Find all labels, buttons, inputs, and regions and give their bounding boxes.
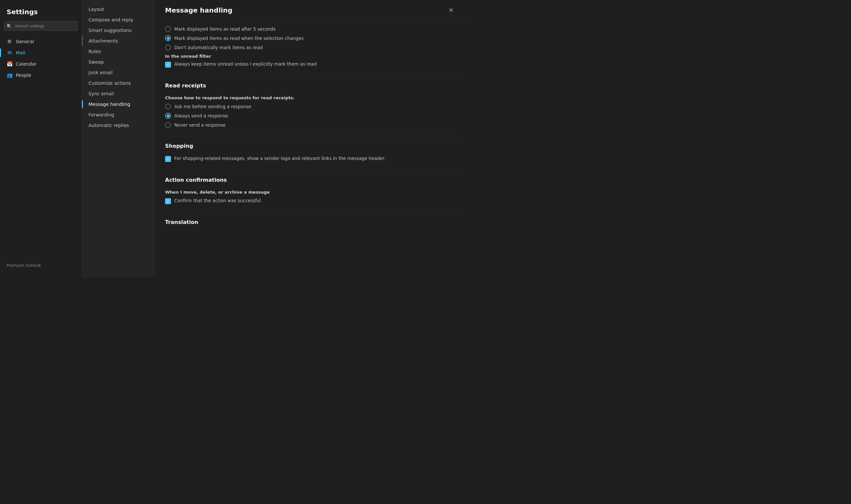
- nav-item-message-handling[interactable]: Message handling: [82, 99, 154, 109]
- translation-title: Translation: [165, 219, 456, 228]
- nav-item-attachments[interactable]: Attachments: [82, 36, 154, 46]
- sidebar-item-label-people: People: [16, 73, 31, 78]
- app-container: Settings 🔍 ⚙ General ✉ Mail 📅 Calendar 👥…: [0, 0, 467, 277]
- nav-item-rules[interactable]: Rules: [82, 46, 154, 57]
- translation-section: Translation: [165, 219, 456, 228]
- radio-ask-me[interactable]: Ask me before sending a response: [165, 104, 456, 109]
- read-options-section: Mark displayed items as read after 5 sec…: [165, 26, 456, 68]
- divider-translation: [165, 212, 456, 212]
- radio-mark-after-5-circle: [165, 26, 171, 32]
- nav-item-layout[interactable]: Layout: [82, 4, 154, 15]
- radio-always-send-circle: [165, 113, 171, 119]
- checkbox-keep-unread-box: [165, 62, 171, 68]
- main-header: Message handling ✕: [155, 0, 467, 19]
- sidebar-item-label-mail: Mail: [16, 50, 25, 55]
- radio-dont-mark-circle: [165, 44, 171, 51]
- sidebar-item-label-calendar: Calendar: [16, 61, 37, 67]
- unread-filter-label: In the unread filter: [165, 54, 456, 59]
- radio-never-send-circle: [165, 122, 171, 128]
- shopping-section: Shopping For shopping-related messages, …: [165, 143, 456, 162]
- general-icon: ⚙: [6, 39, 13, 44]
- sidebar-item-general[interactable]: ⚙ General: [0, 36, 82, 47]
- nav-item-forwarding[interactable]: Forwarding: [82, 109, 154, 120]
- read-receipts-section: Read receipts Choose how to respond to r…: [165, 83, 456, 128]
- search-box-container: 🔍: [4, 21, 77, 31]
- shopping-title: Shopping: [165, 143, 456, 152]
- radio-mark-after-5[interactable]: Mark displayed items as read after 5 sec…: [165, 26, 456, 32]
- nav-panel: Layout Compose and reply Smart suggestio…: [82, 0, 155, 277]
- sidebar: Settings 🔍 ⚙ General ✉ Mail 📅 Calendar 👥…: [0, 0, 82, 277]
- sidebar-item-mail[interactable]: ✉ Mail: [0, 47, 82, 58]
- sidebar-item-label-general: General: [16, 39, 34, 44]
- read-receipts-subtitle: Choose how to respond to requests for re…: [165, 95, 456, 100]
- action-confirmations-subtitle: When I move, delete, or archive a messag…: [165, 190, 456, 195]
- radio-never-send-label: Never send a response: [174, 122, 225, 128]
- radio-always-send[interactable]: Always send a response: [165, 113, 456, 119]
- nav-item-sweep[interactable]: Sweep: [82, 57, 154, 67]
- checkbox-keep-unread-label: Always keep items unread unless I explic…: [174, 61, 316, 67]
- checkbox-confirm-action-label: Confirm that the action was successful: [174, 198, 261, 203]
- checkbox-confirm-action[interactable]: Confirm that the action was successful: [165, 198, 456, 204]
- premium-label: Premium Outlook: [6, 263, 41, 268]
- main-content: Mark displayed items as read after 5 sec…: [155, 19, 467, 277]
- radio-dont-mark-label: Don't automatically mark items as read: [174, 45, 263, 50]
- radio-mark-on-selection[interactable]: Mark displayed items as read when the se…: [165, 35, 456, 41]
- search-icon: 🔍: [6, 23, 12, 29]
- nav-item-junk-email[interactable]: Junk email: [82, 67, 154, 78]
- people-icon: 👥: [6, 72, 13, 78]
- radio-mark-after-5-label: Mark displayed items as read after 5 sec…: [174, 26, 276, 32]
- main-panel: Message handling ✕ Mark displayed items …: [155, 0, 467, 277]
- divider-shopping: [165, 136, 456, 136]
- nav-item-compose-reply[interactable]: Compose and reply: [82, 15, 154, 25]
- nav-item-customize-actions[interactable]: Customize actions: [82, 78, 154, 88]
- read-receipts-title: Read receipts: [165, 83, 456, 91]
- radio-never-send[interactable]: Never send a response: [165, 122, 456, 128]
- close-button[interactable]: ✕: [446, 5, 456, 15]
- search-input[interactable]: [4, 21, 77, 31]
- main-title: Message handling: [165, 6, 232, 14]
- nav-item-smart-suggestions[interactable]: Smart suggestions: [82, 25, 154, 36]
- radio-ask-me-circle: [165, 104, 171, 109]
- nav-item-automatic-replies[interactable]: Automatic replies: [82, 120, 154, 131]
- radio-mark-on-selection-circle: [165, 35, 171, 41]
- sidebar-item-calendar[interactable]: 📅 Calendar: [0, 58, 82, 70]
- checkbox-keep-unread[interactable]: Always keep items unread unless I explic…: [165, 61, 456, 68]
- checkbox-confirm-action-box: [165, 198, 171, 204]
- action-confirmations-title: Action confirmations: [165, 177, 456, 186]
- sidebar-item-people[interactable]: 👥 People: [0, 70, 82, 81]
- divider-read-receipts: [165, 75, 456, 76]
- radio-mark-on-selection-label: Mark displayed items as read when the se…: [174, 36, 304, 41]
- action-confirmations-section: Action confirmations When I move, delete…: [165, 177, 456, 204]
- checkbox-shopping[interactable]: For shopping-related messages, show a se…: [165, 156, 456, 162]
- calendar-icon: 📅: [6, 61, 13, 67]
- nav-item-sync-email[interactable]: Sync email: [82, 88, 154, 99]
- radio-always-send-label: Always send a response: [174, 113, 228, 119]
- radio-ask-me-label: Ask me before sending a response: [174, 104, 251, 109]
- radio-dont-mark[interactable]: Don't automatically mark items as read: [165, 44, 456, 51]
- checkbox-shopping-label: For shopping-related messages, show a se…: [174, 156, 385, 161]
- mail-icon: ✉: [6, 50, 13, 56]
- sidebar-bottom: Premium Outlook: [0, 259, 82, 272]
- sidebar-title: Settings: [0, 5, 82, 21]
- divider-action-confirmations: [165, 170, 456, 170]
- checkbox-shopping-box: [165, 156, 171, 162]
